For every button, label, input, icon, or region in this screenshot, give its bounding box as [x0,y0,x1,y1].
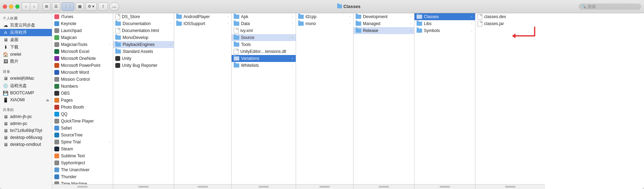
minimize-button[interactable] [9,5,13,9]
list-item[interactable]: QuickTime Player [52,118,113,125]
list-item[interactable]: Symbols› [414,27,475,34]
view-icon-list[interactable]: ☰ [52,2,60,11]
list-item[interactable]: mono› [296,20,353,27]
tag-button[interactable]: — [109,2,119,11]
column-apps: iTunes Keynote Launchpad Magican Magicia… [52,13,113,189]
list-item[interactable]: Whitelists› [232,62,296,69]
list-item[interactable]: il2cpp› [296,13,353,20]
list-item[interactable]: Microsoft Word [52,69,113,76]
list-item[interactable]: Unity Bug Reporter [113,62,174,69]
search-input[interactable] [588,4,636,9]
sidebar-label: 桌面 [10,37,18,43]
list-item[interactable]: Sublime Text [52,152,113,159]
list-item[interactable]: Documentation.html [113,27,174,34]
list-item[interactable]: PlaybackEngines› [113,41,174,48]
sidebar-item-bn71[interactable]: 🖥 bn71z8u68qt70yt [0,127,52,134]
list-item[interactable]: Libs› [414,20,475,27]
list-item[interactable]: Development› [354,13,414,20]
sidebar-item-applications[interactable]: A 应用程序 [0,29,52,36]
sidebar-item-admin-jh-pc[interactable]: 🖥 admin-jh-pc [0,113,52,120]
list-item[interactable]: MonoDevelop [113,34,174,41]
sidebar-label: onelei的iMac [10,76,34,81]
sidebar-item-baidu[interactable]: ☁ 百度云同步盘 [0,22,52,29]
list-item[interactable]: AndroidPlayer› [174,13,231,20]
search-bar[interactable]: 🔍 [579,3,641,10]
sidebar-item-home[interactable]: 🏠 onelei [0,51,52,58]
sidebar-item-admin-pc[interactable]: 🖥 admin-pc [0,120,52,127]
sidebar-section-devices: 设备 [0,68,52,75]
col-resize-handle-4[interactable] [258,186,269,188]
col-resize-handle[interactable] [77,186,88,188]
list-item[interactable]: DS_Store [113,13,174,20]
column-il2cpp: il2cpp› mono› [296,13,354,189]
sidebar-item-desktop-omd[interactable]: 🖥 desktop-omdlout [0,141,52,148]
list-item[interactable]: Magican [52,34,113,41]
list-item[interactable]: classes.dex [475,13,545,20]
sidebar-item-desktop-o66[interactable]: 🖥 desktop-o66uvag [0,134,52,141]
folder-icon [356,22,361,26]
sidebar-item-desktop[interactable]: 🖥 桌面 [0,36,52,44]
eject-icon[interactable]: ⏏ [46,98,49,102]
list-item[interactable]: Microsoft PowerPoint [52,62,113,69]
list-item[interactable]: SourceTree [52,132,113,139]
folder-icon [417,15,422,19]
list-item[interactable]: Release› [354,27,414,34]
list-item[interactable]: Time Machine [52,180,113,184]
list-item[interactable]: iTunes [52,13,113,20]
col-resize-handle-2[interactable] [138,186,149,188]
back-button[interactable]: ‹ [22,2,30,11]
sidebar-item-pictures[interactable]: 🖼 图片 [0,58,52,65]
list-item[interactable]: Spine Trial› [52,139,113,145]
chevron-right-icon: › [410,29,411,32]
list-item[interactable]: iOSSupport› [174,20,231,27]
action-menu[interactable]: ⚙ ▾ [85,2,97,11]
sidebar-item-imac[interactable]: 🖥 onelei的iMac [0,75,52,82]
sidebar-item-xiaomi[interactable]: 📱 XIAOMI ⏏ [0,96,52,103]
folder-icon [234,56,239,61]
list-item[interactable]: Documentation› [113,20,174,27]
list-item[interactable]: Unity [113,55,174,62]
list-item[interactable]: Microsoft OneNote [52,55,113,62]
list-item[interactable]: Microsoft Excel [52,48,113,55]
list-item[interactable]: Classes› [414,13,475,20]
list-item[interactable]: Source› [232,34,296,41]
list-item[interactable]: Standard Assets [113,48,174,55]
forward-button[interactable]: › [30,2,38,11]
list-item[interactable]: classes.jar [475,20,545,27]
col-resize-handle-3[interactable] [197,186,208,188]
list-item[interactable]: Variations› [232,55,296,62]
sidebar-item-downloads[interactable]: ⬇ 下载 [0,44,52,51]
col-resize-handle-8[interactable] [505,186,515,188]
view-icon-grid[interactable]: ⊞ [42,2,51,11]
list-item[interactable]: UnityEditor....tensions.dll [232,48,296,55]
maximize-button[interactable] [15,5,20,9]
list-item[interactable]: Thunder [52,173,113,180]
list-item[interactable]: OBS [52,90,113,97]
list-item[interactable]: Launchpad [52,27,113,34]
list-item[interactable]: Managed› [354,20,414,27]
list-item[interactable]: Keynote [52,20,113,27]
col-resize-handle-5[interactable] [319,186,330,188]
list-item[interactable]: Photo Booth [52,104,113,111]
list-item[interactable]: The Unarchiver [52,166,113,173]
share-button[interactable]: ⤴ [98,2,108,11]
list-item[interactable]: Tools [232,41,296,48]
col-resize-handle-6[interactable] [379,186,389,188]
list-item[interactable]: Data› [232,20,296,27]
close-button[interactable] [3,5,7,9]
sidebar-item-bootcamp[interactable]: 💾 BOOTCAMP [0,89,52,96]
col-resize-handle-7[interactable] [440,186,450,188]
view-icon-columns[interactable]: ⋮⋮ [62,2,74,11]
view-icon-cover[interactable]: ▦ [76,2,84,11]
sidebar-item-remote-disk[interactable]: 💿 远程光盘 [0,82,52,89]
list-item[interactable]: Apk› [232,13,296,20]
list-item[interactable]: QQ [52,111,113,118]
list-item[interactable]: SyphonInject [52,159,113,166]
list-item[interactable]: Mission Control [52,76,113,83]
list-item[interactable]: Pages [52,97,113,104]
list-item[interactable]: ivy.xml [232,27,296,34]
list-item[interactable]: MagicianTools› [52,41,113,48]
list-item[interactable]: Safari [52,125,113,132]
list-item[interactable]: Numbers [52,83,113,90]
list-item[interactable]: Steam [52,145,113,152]
